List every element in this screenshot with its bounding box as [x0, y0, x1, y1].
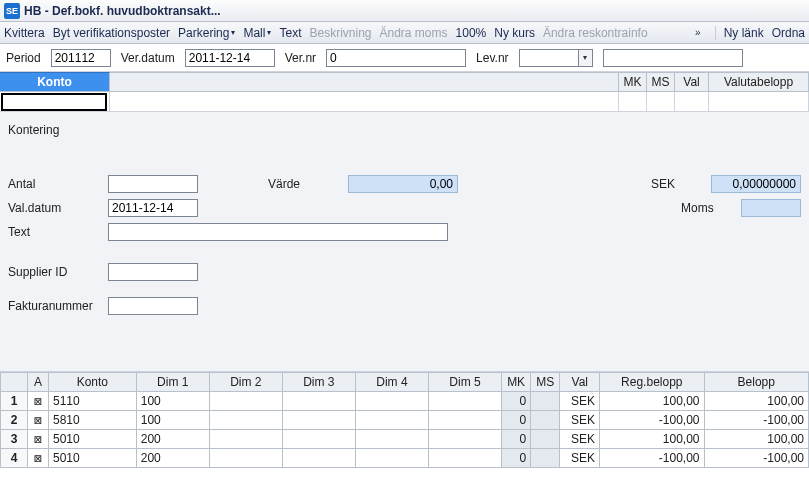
cell-dim4[interactable] [355, 449, 428, 468]
cross-icon[interactable]: ⊠ [28, 430, 49, 449]
cross-icon[interactable]: ⊠ [28, 411, 49, 430]
cell-dim1[interactable]: 200 [136, 430, 209, 449]
cell-dim1[interactable]: 100 [136, 392, 209, 411]
text-input[interactable] [108, 223, 448, 241]
valdatum-input[interactable] [108, 199, 198, 217]
mall-menu[interactable]: Mall▾ [243, 26, 271, 40]
verdatum-label: Ver.datum [121, 51, 175, 65]
byt-button[interactable]: Byt verifikationsposter [53, 26, 170, 40]
table-header: A Konto Dim 1 Dim 2 Dim 3 Dim 4 Dim 5 MK… [1, 373, 809, 392]
verdatum-input[interactable] [185, 49, 275, 67]
cell-belopp[interactable]: 100,00 [704, 430, 809, 449]
cell-dim2[interactable] [209, 392, 282, 411]
col-valutabelopp[interactable]: Valutabelopp [709, 72, 809, 91]
levnr-select[interactable] [519, 49, 579, 67]
th-konto[interactable]: Konto [49, 373, 137, 392]
sek-label: SEK [651, 177, 711, 191]
th-reg[interactable]: Reg.belopp [600, 373, 704, 392]
levnr-text-input[interactable] [603, 49, 743, 67]
table-row[interactable]: 3⊠50102000SEK100,00100,00 [1, 430, 809, 449]
cell-dim3[interactable] [282, 430, 355, 449]
table-row[interactable]: 4⊠50102000SEK-100,00-100,00 [1, 449, 809, 468]
cell-konto[interactable]: 5810 [49, 411, 137, 430]
table-row[interactable]: 1⊠51101000SEK100,00100,00 [1, 392, 809, 411]
period-input[interactable] [51, 49, 111, 67]
cell-ms[interactable] [531, 411, 560, 430]
cross-icon[interactable]: ⊠ [28, 392, 49, 411]
cell-dim3[interactable] [282, 411, 355, 430]
overflow-button[interactable]: » [695, 27, 701, 38]
cell-reg[interactable]: -100,00 [600, 449, 704, 468]
cell-dim2[interactable] [209, 411, 282, 430]
cell-mk[interactable]: 0 [502, 430, 531, 449]
cell-dim5[interactable] [428, 449, 501, 468]
table-row[interactable]: 2⊠58101000SEK-100,00-100,00 [1, 411, 809, 430]
cell-reg[interactable]: 100,00 [600, 392, 704, 411]
cell-dim3[interactable] [282, 392, 355, 411]
th-dim1[interactable]: Dim 1 [136, 373, 209, 392]
kvittera-button[interactable]: Kvittera [4, 26, 45, 40]
100pct-button[interactable]: 100% [456, 26, 487, 40]
cell-mk[interactable]: 0 [502, 411, 531, 430]
period-label: Period [6, 51, 41, 65]
cell-belopp[interactable]: -100,00 [704, 411, 809, 430]
cell-val[interactable]: SEK [560, 449, 600, 468]
col-val[interactable]: Val [675, 72, 709, 91]
antal-input[interactable] [108, 175, 198, 193]
faktura-input[interactable] [108, 297, 198, 315]
cell-dim5[interactable] [428, 411, 501, 430]
varde-label: Värde [268, 177, 348, 191]
parkering-menu[interactable]: Parkering▾ [178, 26, 235, 40]
cell-dim3[interactable] [282, 449, 355, 468]
cell-belopp[interactable]: -100,00 [704, 449, 809, 468]
ny-kurs-button[interactable]: Ny kurs [494, 26, 535, 40]
cell-reg[interactable]: -100,00 [600, 411, 704, 430]
th-mk[interactable]: MK [502, 373, 531, 392]
ny-lank-button[interactable]: Ny länk [724, 26, 764, 40]
th-dim5[interactable]: Dim 5 [428, 373, 501, 392]
cell-mk[interactable]: 0 [502, 392, 531, 411]
cell-konto[interactable]: 5010 [49, 449, 137, 468]
cell-mk[interactable]: 0 [502, 449, 531, 468]
cell-dim5[interactable] [428, 392, 501, 411]
toolbar: Kvittera Byt verifikationsposter Parkeri… [0, 22, 809, 44]
row-num: 3 [1, 430, 28, 449]
levnr-dropdown-icon[interactable]: ▾ [579, 49, 593, 67]
antal-label: Antal [8, 177, 108, 191]
th-belopp[interactable]: Belopp [704, 373, 809, 392]
cross-icon[interactable]: ⊠ [28, 449, 49, 468]
valdatum-label: Val.datum [8, 201, 108, 215]
cell-dim1[interactable]: 200 [136, 449, 209, 468]
cell-ms[interactable] [531, 392, 560, 411]
cell-belopp[interactable]: 100,00 [704, 392, 809, 411]
cell-konto[interactable]: 5010 [49, 430, 137, 449]
text-button[interactable]: Text [279, 26, 301, 40]
th-dim4[interactable]: Dim 4 [355, 373, 428, 392]
cell-dim4[interactable] [355, 430, 428, 449]
col-ms[interactable]: MS [647, 72, 675, 91]
cell-konto[interactable]: 5110 [49, 392, 137, 411]
cell-reg[interactable]: 100,00 [600, 430, 704, 449]
cell-dim5[interactable] [428, 430, 501, 449]
cell-val[interactable]: SEK [560, 430, 600, 449]
cell-dim2[interactable] [209, 449, 282, 468]
cell-dim1[interactable]: 100 [136, 411, 209, 430]
col-konto[interactable]: Konto [0, 72, 110, 91]
ordna-button[interactable]: Ordna [772, 26, 805, 40]
cell-ms[interactable] [531, 430, 560, 449]
cell-dim2[interactable] [209, 430, 282, 449]
cell-dim4[interactable] [355, 392, 428, 411]
vernr-input[interactable] [326, 49, 466, 67]
konto-input[interactable] [1, 93, 107, 111]
supplier-input[interactable] [108, 263, 198, 281]
th-val[interactable]: Val [560, 373, 600, 392]
cell-dim4[interactable] [355, 411, 428, 430]
th-dim3[interactable]: Dim 3 [282, 373, 355, 392]
cell-ms[interactable] [531, 449, 560, 468]
th-ms[interactable]: MS [531, 373, 560, 392]
cell-val[interactable]: SEK [560, 392, 600, 411]
th-a[interactable]: A [28, 373, 49, 392]
th-dim2[interactable]: Dim 2 [209, 373, 282, 392]
col-mk[interactable]: MK [619, 72, 647, 91]
cell-val[interactable]: SEK [560, 411, 600, 430]
